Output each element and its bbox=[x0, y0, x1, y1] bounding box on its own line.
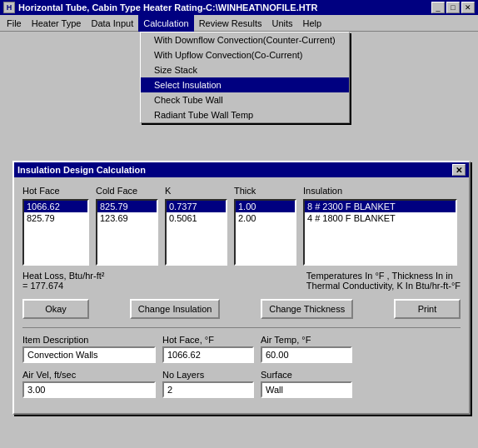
item-description-input[interactable]: Convection Walls bbox=[22, 346, 156, 363]
column-headers: Hot Face Cold Face K Thick Insulation bbox=[22, 186, 461, 196]
menu-heater-type[interactable]: Heater Type bbox=[27, 15, 87, 32]
header-hot-face: Hot Face bbox=[22, 186, 89, 196]
temp-note-line2: Thermal Conductivity, K In Btu/hr-ft-°F bbox=[306, 281, 461, 291]
listbox-thick[interactable]: 1.00 2.00 bbox=[234, 199, 296, 266]
minimize-button[interactable]: _ bbox=[431, 2, 445, 13]
listbox-k[interactable]: 0.7377 0.5061 bbox=[165, 199, 227, 266]
bottom-fields: Item Description Convection Walls Hot Fa… bbox=[22, 327, 461, 398]
menu-help[interactable]: Help bbox=[298, 15, 327, 32]
dropdown-item-select-insulation[interactable]: Select Insulation bbox=[141, 77, 349, 92]
field-group-surface: Surface Wall bbox=[261, 370, 352, 398]
field-group-air-temp: Air Temp, °F 60.00 bbox=[261, 335, 352, 363]
header-k: K bbox=[165, 186, 227, 196]
listbox-cold-face[interactable]: 825.79 123.69 bbox=[96, 199, 158, 266]
dropdown-item-downflow[interactable]: With Downflow Convection(Counter-Current… bbox=[141, 32, 349, 47]
maximize-button[interactable]: □ bbox=[446, 2, 460, 13]
dialog-title-text: Insulation Design Calculation bbox=[17, 165, 146, 175]
air-vel-label: Air Vel, ft/sec bbox=[22, 370, 156, 380]
dropdown-item-upflow[interactable]: With Upflow Convection(Co-Current) bbox=[141, 47, 349, 62]
header-thick: Thick bbox=[234, 186, 296, 196]
dialog-content: Hot Face Cold Face K Thick Insulation 10… bbox=[14, 177, 469, 413]
menu-bar: File Heater Type Data Input Calculation … bbox=[0, 15, 478, 32]
field-group-hot-face: Hot Face, °F 1066.62 bbox=[162, 335, 254, 363]
close-button[interactable]: ✕ bbox=[461, 2, 475, 13]
header-insulation: Insulation bbox=[303, 186, 457, 196]
dropdown-item-size-stack[interactable]: Size Stack bbox=[141, 62, 349, 77]
insulation-dialog: Insulation Design Calculation ✕ Hot Face… bbox=[12, 161, 471, 415]
heat-loss-label: Heat Loss, Btu/hr-ft² bbox=[22, 271, 104, 281]
field-group-item-desc: Item Description Convection Walls bbox=[22, 335, 156, 363]
menu-units[interactable]: Units bbox=[266, 15, 297, 32]
temp-note-line1: Temperatures In °F , Thickness In in bbox=[306, 271, 461, 281]
listbox-insulation[interactable]: 8 # 2300 F BLANKET 4 # 1800 F BLANKET bbox=[303, 199, 457, 266]
hot-face-input[interactable]: 1066.62 bbox=[162, 346, 254, 363]
field-group-no-layers: No Layers 2 bbox=[162, 370, 254, 398]
listbox-thick-row-0[interactable]: 1.00 bbox=[236, 201, 295, 212]
menu-file[interactable]: File bbox=[2, 15, 27, 32]
no-layers-input[interactable]: 2 bbox=[162, 381, 254, 398]
listbox-insulation-row-0[interactable]: 8 # 2300 F BLANKET bbox=[305, 201, 456, 212]
print-button[interactable]: Print bbox=[394, 299, 461, 319]
air-temp-label: Air Temp, °F bbox=[261, 335, 352, 345]
listbox-cold-face-row-0[interactable]: 825.79 bbox=[97, 201, 157, 212]
listbox-hot-face-row-0[interactable]: 1066.62 bbox=[24, 201, 87, 212]
title-bar: H Horizontal Tube, Cabin Type Heater Rat… bbox=[0, 0, 478, 15]
hot-face-label: Hot Face, °F bbox=[162, 335, 254, 345]
window-title: Horizontal Tube, Cabin Type Heater Ratin… bbox=[18, 2, 317, 12]
heat-loss-value: = 177.674 bbox=[22, 281, 104, 291]
field-group-air-vel: Air Vel, ft/sec 3.00 bbox=[22, 370, 156, 398]
air-temp-input[interactable]: 60.00 bbox=[261, 346, 352, 363]
listbox-k-row-1[interactable]: 0.5061 bbox=[167, 212, 226, 224]
button-row: Okay Change Insulation Change Thickness … bbox=[22, 299, 461, 319]
listbox-insulation-row-1[interactable]: 4 # 1800 F BLANKET bbox=[305, 212, 456, 224]
dropdown-item-radiant[interactable]: Radiant Tube Wall Temp bbox=[141, 107, 349, 122]
menu-review-results[interactable]: Review Results bbox=[194, 15, 267, 32]
title-controls: _ □ ✕ bbox=[431, 2, 475, 13]
okay-button[interactable]: Okay bbox=[22, 299, 89, 319]
surface-input[interactable]: Wall bbox=[261, 381, 352, 398]
dialog-close-button[interactable]: ✕ bbox=[452, 164, 466, 176]
item-description-label: Item Description bbox=[22, 335, 156, 345]
field-row-2: Air Vel, ft/sec 3.00 No Layers 2 Surface… bbox=[22, 370, 461, 398]
dialog-title-bar: Insulation Design Calculation ✕ bbox=[14, 162, 469, 177]
calculation-dropdown: With Downflow Convection(Counter-Current… bbox=[140, 32, 350, 123]
listbox-hot-face[interactable]: 1066.62 825.79 bbox=[22, 199, 89, 266]
no-layers-label: No Layers bbox=[162, 370, 254, 380]
menu-data-input[interactable]: Data Input bbox=[86, 15, 138, 32]
listbox-hot-face-row-1[interactable]: 825.79 bbox=[24, 212, 87, 224]
change-insulation-button[interactable]: Change Insulation bbox=[130, 299, 221, 319]
menu-calculation[interactable]: Calculation bbox=[138, 15, 193, 32]
app-icon: H bbox=[3, 2, 15, 13]
listbox-cold-face-row-1[interactable]: 123.69 bbox=[97, 212, 157, 224]
info-area: Heat Loss, Btu/hr-ft² = 177.674 Temperat… bbox=[22, 271, 461, 291]
temp-note-section: Temperatures In °F , Thickness In in The… bbox=[306, 271, 461, 291]
listbox-k-row-0[interactable]: 0.7377 bbox=[167, 201, 226, 212]
change-thickness-button[interactable]: Change Thickness bbox=[261, 299, 353, 319]
surface-label: Surface bbox=[261, 370, 352, 380]
heat-loss-section: Heat Loss, Btu/hr-ft² = 177.674 bbox=[22, 271, 104, 291]
field-row-1: Item Description Convection Walls Hot Fa… bbox=[22, 335, 461, 363]
listbox-thick-row-1[interactable]: 2.00 bbox=[236, 212, 295, 224]
dropdown-item-check-tube[interactable]: Check Tube Wall bbox=[141, 92, 349, 107]
list-boxes: 1066.62 825.79 825.79 123.69 0.7377 0.50… bbox=[22, 199, 461, 266]
header-cold-face: Cold Face bbox=[96, 186, 158, 196]
air-vel-input[interactable]: 3.00 bbox=[22, 381, 156, 398]
